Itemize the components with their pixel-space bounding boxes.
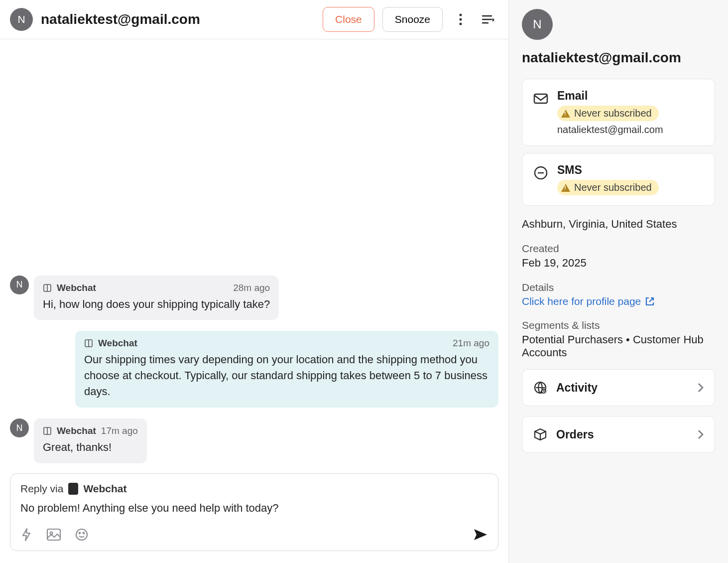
orders-icon — [533, 427, 547, 441]
message-bubble: Webchat 17m ago Great, thanks! — [34, 419, 147, 463]
send-icon — [473, 528, 488, 541]
message-bubble: Webchat 28m ago Hi, how long does your s… — [34, 276, 279, 320]
profile-location: Ashburn, Virginia, United States — [522, 218, 715, 231]
sms-icon — [533, 165, 548, 180]
webchat-icon — [43, 426, 52, 435]
orders-nav[interactable]: Orders — [522, 416, 715, 453]
profile-name: nataliektest@gmail.com — [522, 50, 715, 66]
reply-channel-name: Webchat — [83, 483, 126, 495]
message-avatar: N — [10, 276, 29, 294]
webchat-icon — [43, 283, 52, 292]
profile-page-link[interactable]: Click here for profile page — [522, 295, 715, 307]
webchat-icon — [84, 339, 93, 348]
composer-toolbar — [20, 528, 488, 544]
activity-icon — [533, 381, 547, 395]
quick-reply-button[interactable] — [20, 528, 32, 544]
chevron-right-icon — [698, 383, 704, 393]
message-time: 28m ago — [233, 282, 270, 293]
message-avatar: N — [10, 419, 29, 437]
details-label: Details — [522, 282, 715, 293]
reply-composer: Reply via Webchat — [10, 473, 498, 551]
kebab-icon — [459, 13, 462, 25]
email-status-text: Never subscribed — [574, 108, 652, 119]
profile-link-text: Click here for profile page — [522, 295, 641, 307]
message-outgoing: Webchat 21m ago Our shipping times vary … — [10, 331, 498, 408]
snooze-button[interactable]: Snooze — [382, 7, 443, 32]
message-bubble: Webchat 21m ago Our shipping times vary … — [75, 331, 498, 408]
lightning-icon — [20, 528, 32, 542]
message-time: 17m ago — [101, 425, 138, 436]
smile-icon — [75, 528, 88, 541]
svg-point-16 — [83, 533, 85, 534]
image-icon — [46, 528, 61, 541]
reply-channel-selector[interactable]: Reply via Webchat — [20, 483, 488, 495]
reply-input[interactable] — [20, 502, 488, 515]
segments-label: Segments & lists — [522, 319, 715, 331]
emoji-button[interactable] — [75, 528, 88, 543]
svg-rect-17 — [534, 94, 547, 103]
activity-nav[interactable]: Activity — [522, 369, 715, 406]
message-incoming: N Webchat 17m ago Great, thanks! — [10, 419, 498, 463]
send-button[interactable] — [473, 528, 488, 543]
warning-icon — [561, 110, 570, 118]
svg-point-1 — [460, 18, 462, 21]
profile-pane: N nataliektest@gmail.com Email Never sub… — [509, 0, 728, 563]
attach-image-button[interactable] — [46, 528, 61, 543]
message-channel: Webchat — [98, 338, 137, 349]
mail-icon — [533, 91, 548, 106]
sms-status-badge: Never subscribed — [557, 180, 659, 195]
email-status-badge: Never subscribed — [557, 106, 659, 121]
svg-point-14 — [76, 529, 87, 540]
svg-point-2 — [460, 23, 462, 25]
chevron-right-icon — [698, 429, 704, 439]
svg-point-0 — [460, 14, 462, 16]
conversation-header: N nataliektest@gmail.com Close Snooze — [0, 0, 508, 39]
message-channel: Webchat — [57, 282, 96, 293]
email-subscription-card: Email Never subscribed nataliektest@gmai… — [522, 79, 715, 146]
message-body: Hi, how long does your shipping typicall… — [43, 296, 270, 312]
svg-point-15 — [79, 533, 81, 534]
header-title: nataliektest@gmail.com — [41, 11, 315, 27]
header-avatar: N — [10, 8, 33, 31]
message-incoming: N Webchat 28m ago Hi, how long does your… — [10, 276, 498, 320]
sms-subscription-card: SMS Never subscribed — [522, 153, 715, 206]
orders-label: Orders — [556, 428, 689, 441]
reply-via-label: Reply via — [20, 483, 63, 495]
email-card-title: Email — [557, 89, 663, 103]
email-value: nataliektest@gmail.com — [557, 124, 663, 136]
close-button[interactable]: Close — [323, 7, 374, 32]
external-link-icon — [645, 296, 655, 306]
created-value: Feb 19, 2025 — [522, 257, 715, 270]
sms-status-text: Never subscribed — [574, 182, 652, 193]
warning-icon — [561, 184, 570, 192]
message-body: Our shipping times vary depending on you… — [84, 352, 489, 400]
message-list: N Webchat 28m ago Hi, how long does your… — [0, 39, 508, 469]
webchat-chip-icon — [68, 483, 78, 495]
profile-avatar: N — [522, 9, 553, 40]
message-body: Great, thanks! — [43, 439, 138, 455]
sms-card-title: SMS — [557, 163, 659, 177]
collapse-panel-button[interactable] — [479, 9, 498, 29]
segments-value: Potential Purchasers • Customer Hub Acco… — [522, 333, 715, 359]
created-label: Created — [522, 243, 715, 255]
more-options-button[interactable] — [451, 9, 471, 29]
activity-label: Activity — [556, 381, 689, 395]
panel-toggle-icon — [482, 14, 495, 24]
message-channel: Webchat — [57, 425, 96, 436]
conversation-pane: N nataliektest@gmail.com Close Snooze N … — [0, 0, 509, 563]
message-time: 21m ago — [453, 338, 489, 349]
